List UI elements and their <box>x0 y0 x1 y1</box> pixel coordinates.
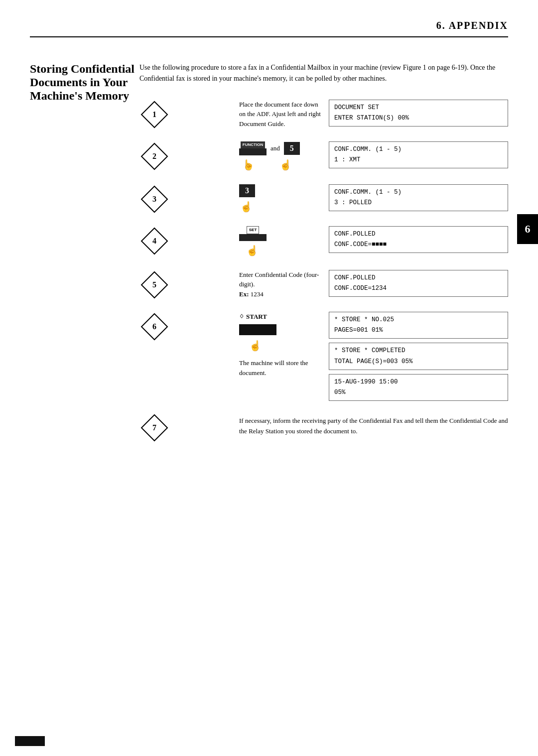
step-2-icon-area: 2 <box>139 141 239 171</box>
step-6-lcd-1: * STORE * NO.025 PAGES=001 01% <box>329 312 508 339</box>
step-3-icon-area: 3 <box>139 184 239 214</box>
start-key-label: ♢ START <box>239 312 267 322</box>
bottom-marks <box>15 736 45 746</box>
set-key-label: SET <box>247 226 260 234</box>
step-6-keys-area: ♢ START ☝️ The machine will store the do… <box>239 312 329 378</box>
step-6-lcd-2: * STORE * COMPLETED TOTAL PAGE(S)=003 05… <box>329 343 508 370</box>
step-1-lcd-area: DOCUMENT SET ENTER STATION(S) 00% <box>329 100 508 127</box>
step-3-row: 3 3 ☝️ CONF.COMM. (1 - 5) 3 <box>139 184 508 214</box>
svg-text:5: 5 <box>152 280 156 289</box>
start-key-body <box>239 324 276 335</box>
step-6-note: The machine will store the document. <box>239 358 324 378</box>
step-5-row: 5 Enter Confidential Code (four-digit).E… <box>139 270 508 300</box>
num-3-key: 3 <box>239 184 255 197</box>
step-4-icon-area: 4 <box>139 226 239 256</box>
step-3-lcd: CONF.COMM. (1 - 5) 3 : POLLED <box>329 184 508 212</box>
step-2-lcd-line2: 1 : XMT <box>334 156 361 163</box>
step-5-lcd-area: CONF.POLLED CONF.CODE=1234 <box>329 270 508 297</box>
step-7-icon-area: 7 <box>139 413 239 443</box>
step-5-lcd: CONF.POLLED CONF.CODE=1234 <box>329 270 508 297</box>
side-tab: 6 <box>517 214 538 244</box>
step-2-row: 2 FUNCTION and <box>139 141 508 172</box>
step-6-lcd-3-line2: 05% <box>334 389 346 396</box>
step-2-lcd: CONF.COMM. (1 - 5) 1 : XMT <box>329 141 508 169</box>
num-5-key-face: 5 <box>284 142 300 155</box>
step-6-icon-area: 6 <box>139 312 239 342</box>
step-5-lcd-line2: CONF.CODE=1234 <box>334 285 387 292</box>
svg-text:2: 2 <box>152 152 156 160</box>
step-5-lcd-line1: CONF.POLLED <box>334 274 376 281</box>
step-3-keys-area: 3 ☝️ <box>239 184 329 214</box>
main-content: Storing Confidential Documents in Your M… <box>30 62 508 455</box>
step-3-lcd-line2: 3 : POLLED <box>334 199 372 206</box>
hand-1-icon: ☝️ <box>242 157 255 172</box>
step-6-row: 6 ♢ START ☝️ <box>139 312 508 401</box>
step-4-lcd-area: CONF.POLLED CONF.CODE=■■■■ <box>329 226 508 253</box>
step-2-lcd-line1: CONF.COMM. (1 - 5) <box>334 146 402 153</box>
step-3-diamond-icon: 3 <box>139 184 169 214</box>
step-1-row: 1 Place the document face down on the AD… <box>139 100 508 129</box>
step-1-lcd: DOCUMENT SET ENTER STATION(S) 00% <box>329 100 508 127</box>
hand-4-icon: ☝️ <box>239 243 259 258</box>
step-6-lcd-3: 15-AUG-1990 15:00 05% <box>329 374 508 401</box>
num-5-key: 5 <box>284 142 300 155</box>
step-4-keys-area: SET ☝️ <box>239 226 329 258</box>
set-key-bar <box>239 234 267 241</box>
step-6-lcd-2-line2: TOTAL PAGE(S)=003 05% <box>334 358 413 365</box>
svg-text:7: 7 <box>152 423 156 432</box>
step-6-lcd-area: * STORE * NO.025 PAGES=001 01% * STORE *… <box>329 312 508 401</box>
step-4-lcd: CONF.POLLED CONF.CODE=■■■■ <box>329 226 508 253</box>
function-key-bar <box>239 148 267 155</box>
step-6-diamond-icon: 6 <box>139 312 169 342</box>
function-key-label: FUNCTION <box>241 141 265 148</box>
step-3-lcd-line1: CONF.COMM. (1 - 5) <box>334 189 402 196</box>
step-6-lcd-1-line1: * STORE * NO.025 <box>334 316 394 323</box>
and-label: and <box>270 143 280 153</box>
step-4-row: 4 SET ☝️ <box>139 226 508 258</box>
step-5-text: Enter Confidential Code (four-digit).Ex:… <box>239 271 319 298</box>
section-heading: Storing Confidential Documents in Your M… <box>30 62 139 455</box>
function-key: FUNCTION <box>239 141 267 155</box>
step-5-description: Enter Confidential Code (four-digit).Ex:… <box>239 270 329 299</box>
svg-text:3: 3 <box>152 195 156 203</box>
page-header: 6. APPENDIX <box>30 20 508 37</box>
step-5-icon-area: 5 <box>139 270 239 300</box>
svg-text:6: 6 <box>152 322 156 331</box>
start-diamond-icon: ♢ <box>239 312 244 321</box>
hand-6-icon: ☝️ <box>239 338 262 353</box>
step-1-lcd-line1: DOCUMENT SET <box>334 104 379 111</box>
step-2-diamond-icon: 2 <box>139 141 169 171</box>
step-3-lcd-area: CONF.COMM. (1 - 5) 3 : POLLED <box>329 184 508 212</box>
step-1-icon-area: 1 <box>139 100 239 129</box>
step-5-example: Ex: <box>239 290 249 298</box>
step-2-lcd-area: CONF.COMM. (1 - 5) 1 : XMT <box>329 141 508 169</box>
step-6-lcd-2-line1: * STORE * COMPLETED <box>334 347 405 354</box>
step-4-diamond-icon: 4 <box>139 226 169 256</box>
start-text: START <box>246 312 267 322</box>
step-5-diamond-icon: 5 <box>139 270 169 300</box>
step-1-diamond-icon: 1 <box>139 100 169 129</box>
svg-text:4: 4 <box>152 237 156 245</box>
step-4-lcd-line2: CONF.CODE=■■■■ <box>334 241 387 248</box>
step-7-diamond-icon: 7 <box>139 413 169 443</box>
step-7-description: If necessary, inform the receiving party… <box>239 413 508 437</box>
step-7-row: 7 If necessary, inform the receiving par… <box>139 413 508 443</box>
svg-text:1: 1 <box>152 110 156 119</box>
page-title: 6. APPENDIX <box>436 20 508 31</box>
hand-2-icon: ☝️ <box>279 157 292 172</box>
set-key: SET <box>239 226 267 241</box>
step-4-lcd-line1: CONF.POLLED <box>334 231 376 238</box>
intro-text: Use the following procedure to store a f… <box>139 62 508 85</box>
page: 6. APPENDIX 6 Storing Confidential Docum… <box>0 0 538 756</box>
hand-3-icon: ☝️ <box>239 199 253 214</box>
step-1-lcd-line2: ENTER STATION(S) 00% <box>334 115 409 122</box>
step-6-lcd-1-line2: PAGES=001 01% <box>334 327 383 334</box>
step-6-lcd-3-line1: 15-AUG-1990 15:00 <box>334 378 398 385</box>
step-1-description: Place the document face down on the ADF.… <box>239 100 329 129</box>
section-title: Storing Confidential Documents in Your M… <box>30 62 139 103</box>
section-body: Use the following procedure to store a f… <box>139 62 508 455</box>
step-2-keys-area: FUNCTION and 5 ☝️ <box>239 141 329 172</box>
steps-container: 1 Place the document face down on the AD… <box>139 100 508 455</box>
